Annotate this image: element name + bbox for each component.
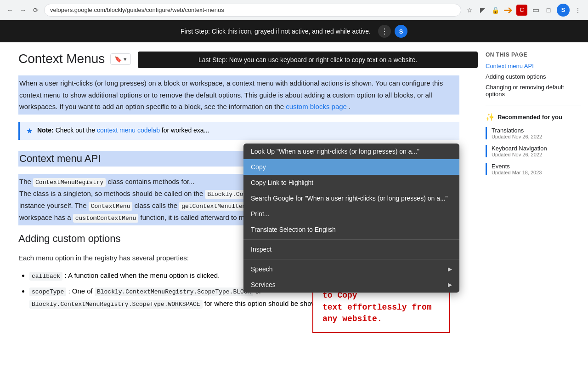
note-star-icon: ★ bbox=[26, 126, 33, 135]
body4: class calls the bbox=[135, 201, 177, 209]
ctx-item-inspect[interactable]: Inspect bbox=[243, 242, 459, 257]
ctx-translate-text: Translate Selection to English bbox=[251, 226, 336, 233]
ctx-item-translate[interactable]: Translate Selection to English bbox=[243, 222, 459, 237]
ctx-search-text: Search Google for "When a user right-cli… bbox=[251, 195, 448, 202]
note-label: Note: bbox=[37, 126, 54, 134]
code-contextmenuregistry: ContextMenuRegistry bbox=[33, 178, 106, 187]
recommended-label: Recommended for you bbox=[498, 114, 562, 121]
rec-item-events: Events Updated Mar 18, 2023 bbox=[486, 163, 581, 175]
ctx-item-services[interactable]: Services ▶ bbox=[243, 277, 459, 293]
screen-share-icon[interactable]: ◤ bbox=[478, 6, 487, 15]
note-suffix: for worked exa... bbox=[162, 126, 209, 134]
banner-avatar[interactable]: S bbox=[395, 25, 407, 38]
sidebar-link-custom-options[interactable]: Adding custom options bbox=[486, 73, 581, 80]
recommend-star-icon: ✨ bbox=[486, 113, 495, 121]
rec-title-keyboard-nav[interactable]: Keyboard Navigation bbox=[492, 145, 581, 152]
intro-paragraph: When a user right-clicks (or long presse… bbox=[18, 75, 459, 115]
body1: class contains methods for... bbox=[107, 178, 194, 185]
back-icon[interactable]: ← bbox=[6, 6, 15, 15]
sidebar-link-api[interactable]: Context menu API bbox=[486, 63, 581, 69]
reload-icon[interactable]: ⟳ bbox=[31, 6, 40, 15]
ctx-separator-2 bbox=[243, 259, 459, 259]
code-getcontextmenuitems: getContextMenuItems bbox=[179, 202, 252, 211]
codelab-link[interactable]: context menu codelab bbox=[97, 126, 160, 134]
last-step-text: Last Step: Now you can use keyboard or r… bbox=[198, 56, 417, 63]
ctx-item-speech[interactable]: Speech ▶ bbox=[243, 261, 459, 277]
first-step-text: First Step: Click this icon, grayed if n… bbox=[181, 28, 371, 35]
right-sidebar: On this page Context menu API Adding cus… bbox=[478, 42, 588, 368]
sidebar-divider bbox=[486, 105, 581, 105]
rec-item-translations: Translations Updated Nov 26, 2022 bbox=[486, 127, 581, 139]
last-step-banner: Last Step: Now you can use keyboard or r… bbox=[138, 52, 478, 68]
code-scopetype-block: Blockly.ContextMenuRegistry.ScopeType.BL… bbox=[95, 288, 253, 296]
sidebar-toggle-icon[interactable]: □ bbox=[544, 6, 553, 15]
arrow-indicator: ➔ bbox=[503, 4, 513, 17]
rec-title-translations[interactable]: Translations bbox=[492, 127, 581, 134]
intro-text-end: . bbox=[349, 103, 351, 110]
note-box: ★ Note: Check out the context menu codel… bbox=[18, 122, 459, 140]
code-scopetype-workspace: Blockly.ContextMenuRegistry.ScopeType.WO… bbox=[29, 300, 203, 309]
bookmark-button[interactable]: 🔖 ▾ bbox=[110, 53, 131, 65]
ctx-lookup-text: Look Up "When a user right-clicks (or lo… bbox=[251, 148, 419, 155]
rec-title-events[interactable]: Events bbox=[492, 163, 581, 170]
ctx-item-lookup[interactable]: Look Up "When a user right-clicks (or lo… bbox=[243, 144, 459, 159]
menu-icon[interactable]: ⋮ bbox=[573, 6, 582, 15]
ctx-speech-text: Speech bbox=[251, 265, 272, 273]
code-contextmenu: ContextMenu bbox=[89, 202, 133, 211]
ctx-item-copy[interactable]: Copy bbox=[243, 159, 459, 175]
context-menu: Look Up "When a user right-clicks (or lo… bbox=[243, 144, 459, 293]
code-callback: callback bbox=[29, 272, 62, 281]
lock-icon[interactable]: 🔒 bbox=[491, 6, 500, 15]
rec-item-keyboard-nav: Keyboard Navigation Updated Nov 26, 2022 bbox=[486, 145, 581, 157]
forward-icon[interactable]: → bbox=[18, 6, 28, 15]
ctx-copy-link-text: Copy Link to Highlight bbox=[251, 179, 313, 186]
services-arrow-icon: ▶ bbox=[448, 282, 452, 288]
main-layout: Last Step: Now you can use keyboard or r… bbox=[0, 42, 588, 368]
page-title: Context Menus bbox=[18, 52, 105, 66]
body-pre: The bbox=[19, 178, 31, 185]
custom-blocks-link[interactable]: custom blocks page bbox=[286, 103, 347, 110]
extension-icon-red[interactable]: C bbox=[516, 5, 527, 16]
url-bar[interactable]: velopers.google.com/blockly/guides/confi… bbox=[44, 4, 461, 17]
callback-desc: : A function called when the menu option… bbox=[65, 271, 220, 279]
ctx-inspect-text: Inspect bbox=[251, 246, 271, 253]
intro-text-main: When a user right-clicks (or long presse… bbox=[19, 79, 443, 110]
speech-arrow-icon: ▶ bbox=[448, 266, 452, 272]
content-area: Last Step: Now you can use keyboard or r… bbox=[0, 42, 478, 368]
body2: The class is a singleton, so methods sho… bbox=[19, 190, 203, 197]
user-avatar[interactable]: S bbox=[557, 4, 570, 17]
note-body: Check out the bbox=[56, 126, 97, 134]
ctx-item-copy-link[interactable]: Copy Link to Highlight bbox=[243, 175, 459, 190]
puzzle-icon[interactable]: ▭ bbox=[531, 6, 540, 15]
browser-bar: ← → ⟳ velopers.google.com/blockly/guides… bbox=[0, 0, 588, 20]
first-step-banner: First Step: Click this icon, grayed if n… bbox=[0, 20, 588, 42]
rec-date-keyboard-nav: Updated Nov 26, 2022 bbox=[492, 152, 581, 157]
ctx-separator-1 bbox=[243, 239, 459, 240]
code-scopetype: scopeType bbox=[29, 288, 66, 296]
code-customcontextmenu: customContextMenu bbox=[73, 214, 139, 223]
rec-date-events: Updated Mar 18, 2023 bbox=[492, 170, 581, 175]
ctx-services-text: Services bbox=[251, 281, 276, 288]
sidebar-link-changing[interactable]: Changing or removing default options bbox=[486, 84, 581, 98]
rec-date-translations: Updated Nov 26, 2022 bbox=[492, 134, 581, 139]
note-text: Note: Check out the context menu codelab… bbox=[37, 126, 209, 134]
ctx-item-search[interactable]: Search Google for "When a user right-cli… bbox=[243, 190, 459, 206]
ctx-copy-text: Copy bbox=[251, 163, 266, 171]
ctx-print-text: Print... bbox=[251, 210, 269, 218]
url-text: velopers.google.com/blockly/guides/confi… bbox=[50, 6, 224, 13]
on-this-page-heading: On this page bbox=[486, 52, 581, 58]
bookmark-icon[interactable]: ☆ bbox=[465, 6, 474, 15]
recommended-heading: ✨ Recommended for you bbox=[486, 113, 581, 121]
banner-dots-btn[interactable]: ⋮ bbox=[378, 25, 391, 38]
ctx-item-print[interactable]: Print... bbox=[243, 206, 459, 222]
